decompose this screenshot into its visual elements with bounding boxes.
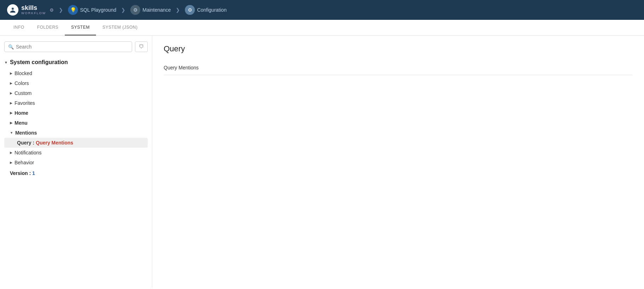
- favorites-expand-icon: ▶: [10, 101, 12, 105]
- breadcrumb-sql-icon: 💡: [68, 5, 78, 15]
- colors-expand-icon: ▶: [10, 81, 12, 85]
- custom-label: Custom: [15, 90, 32, 96]
- content-title: Query: [164, 44, 633, 53]
- mentions-label: Mentions: [15, 130, 37, 136]
- menu-label: Menu: [15, 120, 28, 126]
- version-row: Version : 1: [4, 168, 148, 177]
- breadcrumb-arrow-0: ❯: [59, 7, 63, 13]
- filter-button[interactable]: ⛉: [135, 41, 148, 52]
- system-config-header[interactable]: ▼ System configuration: [4, 58, 148, 68]
- tree-item-colors[interactable]: ▶ Colors: [4, 78, 148, 88]
- tree-item-mentions[interactable]: ▼ Mentions: [4, 128, 148, 138]
- breadcrumb-sql-playground[interactable]: 💡 SQL Playground: [68, 5, 116, 15]
- breadcrumb-sql-label: SQL Playground: [80, 7, 116, 13]
- brand[interactable]: skills WORKFLOW ⚙: [7, 4, 54, 16]
- tree-root: ▼ System configuration ▶ Blocked ▶ Color…: [4, 58, 148, 177]
- breadcrumb-config-label: Configuration: [197, 7, 226, 13]
- custom-expand-icon: ▶: [10, 91, 12, 95]
- breadcrumb-maintenance[interactable]: ⚙ Maintenance: [130, 5, 171, 15]
- version-colon: :: [29, 170, 32, 176]
- notifications-expand-icon: ▶: [10, 151, 12, 154]
- tabbar: INFO FOLDERS SYSTEM SYSTEM (JSON): [0, 20, 644, 36]
- behavior-label: Behavior: [15, 160, 34, 165]
- colors-label: Colors: [15, 80, 29, 86]
- tab-system[interactable]: SYSTEM: [65, 20, 96, 35]
- tree-item-home[interactable]: ▶ Home: [4, 108, 148, 118]
- version-value[interactable]: 1: [32, 170, 35, 176]
- breadcrumb-maintenance-label: Maintenance: [142, 7, 171, 13]
- breadcrumb-maintenance-icon: ⚙: [130, 5, 140, 15]
- search-row: 🔍 ⛉: [4, 41, 148, 52]
- mentions-expand-icon: ▼: [10, 131, 13, 135]
- search-input-wrap: 🔍: [4, 41, 132, 52]
- main-layout: 🔍 ⛉ ▼ System configuration ▶ Blocked ▶ C…: [0, 36, 644, 288]
- home-label: Home: [15, 110, 28, 116]
- tree-item-custom[interactable]: ▶ Custom: [4, 88, 148, 98]
- home-expand-icon: ▶: [10, 111, 12, 115]
- tab-info[interactable]: INFO: [7, 20, 31, 35]
- blocked-expand-icon: ▶: [10, 72, 12, 75]
- favorites-label: Favorites: [15, 100, 35, 106]
- breadcrumb-arrow-1: ❯: [121, 7, 125, 13]
- content-area: Query Query Mentions: [152, 36, 644, 288]
- tree-subitem-query[interactable]: Query : Query Mentions: [4, 138, 148, 148]
- query-sub-value: Query Mentions: [36, 140, 73, 146]
- notifications-label: Notifications: [15, 150, 41, 155]
- brand-text: skills WORKFLOW: [21, 5, 46, 15]
- tab-system-json[interactable]: SYSTEM (JSON): [96, 20, 144, 35]
- brand-gear-icon: ⚙: [50, 7, 54, 13]
- section-label: System configuration: [10, 59, 68, 66]
- breadcrumb-configuration[interactable]: ⚙ Configuration: [185, 5, 226, 15]
- tree-item-behavior[interactable]: ▶ Behavior: [4, 158, 148, 168]
- topbar: skills WORKFLOW ⚙ ❯ 💡 SQL Playground ❯ ⚙…: [0, 0, 644, 20]
- behavior-expand-icon: ▶: [10, 161, 12, 164]
- menu-expand-icon: ▶: [10, 121, 12, 125]
- section-collapse-icon: ▼: [4, 61, 8, 64]
- blocked-label: Blocked: [15, 70, 32, 76]
- search-input[interactable]: [16, 44, 128, 50]
- brand-name: skills: [21, 5, 46, 12]
- breadcrumb-config-icon: ⚙: [185, 5, 195, 15]
- breadcrumb-arrow-2: ❯: [176, 7, 180, 13]
- query-sub-label: Query :: [17, 140, 34, 146]
- sidebar: 🔍 ⛉ ▼ System configuration ▶ Blocked ▶ C…: [0, 36, 152, 288]
- brand-icon: [7, 4, 18, 16]
- tree-item-notifications[interactable]: ▶ Notifications: [4, 148, 148, 158]
- tab-folders[interactable]: FOLDERS: [31, 20, 65, 35]
- search-icon: 🔍: [8, 44, 14, 50]
- tree-item-menu[interactable]: ▶ Menu: [4, 118, 148, 128]
- version-label: Version: [10, 170, 28, 176]
- brand-sub: WORKFLOW: [21, 12, 46, 15]
- tree-item-blocked[interactable]: ▶ Blocked: [4, 68, 148, 78]
- content-row-text-0: Query Mentions: [164, 65, 199, 70]
- content-row-0: Query Mentions: [164, 61, 633, 75]
- tree-item-favorites[interactable]: ▶ Favorites: [4, 98, 148, 108]
